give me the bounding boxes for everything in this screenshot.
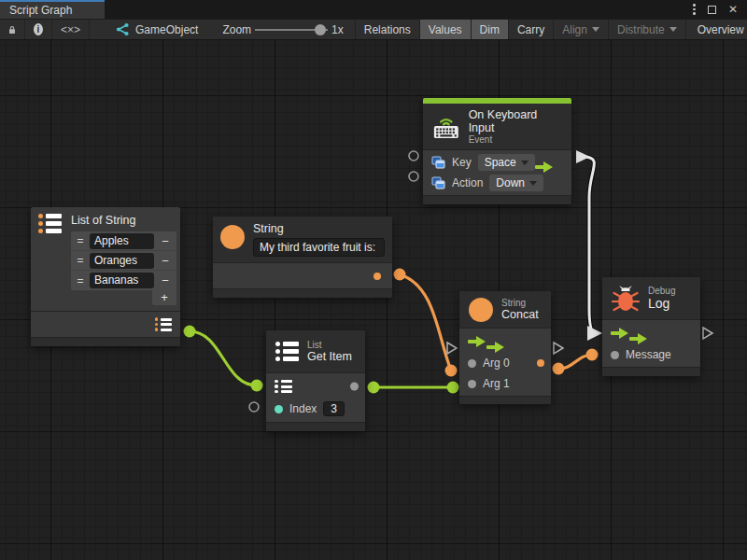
flow-out-port[interactable] <box>629 333 648 344</box>
wire-flow-keyboard-to-log[interactable] <box>585 157 595 333</box>
node-title: List of String <box>71 214 176 227</box>
list-item-row: = Bananas − <box>71 271 176 290</box>
flow-out-port[interactable] <box>486 342 505 353</box>
window-menu-icon[interactable] <box>693 4 696 15</box>
flow-anchor-concat-in[interactable] <box>447 343 457 354</box>
info-button[interactable]: i <box>25 20 52 39</box>
port-anchor-key[interactable] <box>409 151 418 161</box>
toolbar-button-distribute[interactable]: Distribute <box>609 20 686 39</box>
tab-script-graph[interactable]: Script Graph <box>0 0 105 19</box>
node-debug-log[interactable]: Debug Log Message <box>602 277 700 376</box>
node-title: On Keyboard Input <box>469 108 562 134</box>
drag-handle-icon[interactable]: = <box>74 254 87 267</box>
arg1-in-port[interactable] <box>468 380 476 388</box>
drag-handle-icon[interactable]: = <box>74 274 87 287</box>
node-footer <box>31 337 180 346</box>
unity-script-graph-window: Script Graph ✕ i <×> GameObject <box>0 0 747 560</box>
string-value-field[interactable]: My third favorite fruit is: <box>253 238 385 257</box>
node-footer <box>266 422 365 431</box>
toolbar-button-align[interactable]: Align <box>554 20 609 39</box>
toolbar-button-dim[interactable]: Dim <box>472 20 509 39</box>
wire-knob[interactable] <box>368 382 380 394</box>
wire-knob[interactable] <box>251 380 263 392</box>
wire-string-to-concat[interactable] <box>400 274 451 371</box>
wire-flow-end-arrow[interactable] <box>587 326 602 341</box>
index-in-port[interactable] <box>275 405 283 413</box>
maximize-icon[interactable] <box>708 6 716 14</box>
port-anchor-index[interactable] <box>249 402 259 412</box>
flow-in-port[interactable] <box>611 328 629 339</box>
index-value-field[interactable]: 3 <box>323 401 345 416</box>
key-dropdown[interactable]: Space <box>478 154 535 171</box>
lock-button[interactable] <box>0 20 25 39</box>
add-item-button[interactable]: + <box>152 290 176 305</box>
list-item-field[interactable]: Apples <box>90 233 154 249</box>
flow-anchor-concat-out[interactable] <box>554 343 563 354</box>
remove-item-button[interactable]: − <box>157 254 174 268</box>
remove-item-button[interactable]: − <box>157 234 174 248</box>
flow-in-port[interactable] <box>468 336 486 347</box>
zoom-label: Zoom <box>222 23 251 36</box>
remove-item-button[interactable]: − <box>157 273 174 287</box>
zoom-slider-handle[interactable] <box>315 24 326 35</box>
list-item-field[interactable]: Oranges <box>90 253 154 269</box>
port-row-index: Index 3 <box>266 398 365 420</box>
toolbar-button-carry[interactable]: Carry <box>509 20 554 39</box>
port-row-flow <box>602 322 700 344</box>
wire-knob[interactable] <box>445 365 458 377</box>
flow-out-port[interactable] <box>535 161 554 173</box>
string-out-port[interactable] <box>374 273 381 280</box>
message-label: Message <box>626 348 671 361</box>
result-out-port[interactable] <box>537 359 544 367</box>
node-get-item[interactable]: List Get Item Index 3 <box>266 330 365 431</box>
graph-toolbar: i <×> GameObject Zoom 1x Relations Value… <box>0 19 747 40</box>
toolbar-button-relations[interactable]: Relations <box>356 20 420 39</box>
string-circle-icon <box>469 298 493 322</box>
node-concat[interactable]: String Concat Arg 0 Arg 1 <box>459 291 551 404</box>
list-icon <box>275 342 299 361</box>
toolbar-button-values[interactable]: Values <box>420 20 472 39</box>
toolbar-button-overview[interactable]: Overview <box>686 20 747 39</box>
list-editor: = Apples − = Oranges − = Ban <box>71 231 176 290</box>
node-title: Log <box>648 296 675 311</box>
gameobject-label[interactable]: GameObject <box>135 23 198 36</box>
node-category: List <box>307 340 352 350</box>
drag-handle-icon[interactable]: = <box>74 234 87 247</box>
graph-canvas[interactable]: On Keyboard Input Event Key Space <box>0 40 747 560</box>
item-out-port[interactable] <box>350 383 359 391</box>
list-item-field[interactable]: Bananas <box>90 273 154 288</box>
wire-flow-start-arrow[interactable] <box>576 150 590 163</box>
arg0-label: Arg 0 <box>483 357 510 370</box>
list-in-port[interactable] <box>275 380 292 394</box>
port-row-action: Action Down <box>423 173 571 193</box>
port-row-arg0: Arg 0 <box>459 353 551 373</box>
wire-list-to-getitem[interactable] <box>190 331 257 385</box>
message-in-port[interactable] <box>611 351 619 359</box>
keyboard-icon <box>432 114 460 140</box>
node-list-of-string[interactable]: List of String = Apples − = Oranges − <box>31 207 180 346</box>
action-dropdown[interactable]: Down <box>489 175 543 191</box>
close-icon[interactable]: ✕ <box>728 4 738 15</box>
port-anchor-action[interactable] <box>409 172 418 181</box>
port-row-list-in <box>266 375 365 398</box>
list-out-port[interactable] <box>155 317 173 331</box>
wire-knob[interactable] <box>447 382 459 394</box>
wire-knob[interactable] <box>184 326 196 338</box>
wire-knob[interactable] <box>394 269 406 281</box>
chevron-down-icon <box>669 27 677 32</box>
node-on-keyboard-input[interactable]: On Keyboard Input Event Key Space <box>423 98 571 204</box>
node-category: Debug <box>648 286 675 296</box>
arg0-in-port[interactable] <box>468 359 476 368</box>
enum-icon <box>431 176 445 189</box>
node-string-literal[interactable]: String My third favorite fruit is: <box>213 217 392 298</box>
zoom-slider[interactable] <box>255 29 328 31</box>
wire-knob[interactable] <box>553 363 565 375</box>
lock-icon <box>8 23 16 36</box>
gameobject-icon <box>115 22 130 36</box>
node-footer <box>213 288 392 298</box>
list-item-row: = Oranges − <box>71 251 176 271</box>
wire-knob[interactable] <box>586 349 599 361</box>
code-button[interactable]: <×> <box>52 20 90 39</box>
flow-anchor-log-out[interactable] <box>703 328 712 339</box>
list-item-row: = Apples − <box>71 231 176 251</box>
